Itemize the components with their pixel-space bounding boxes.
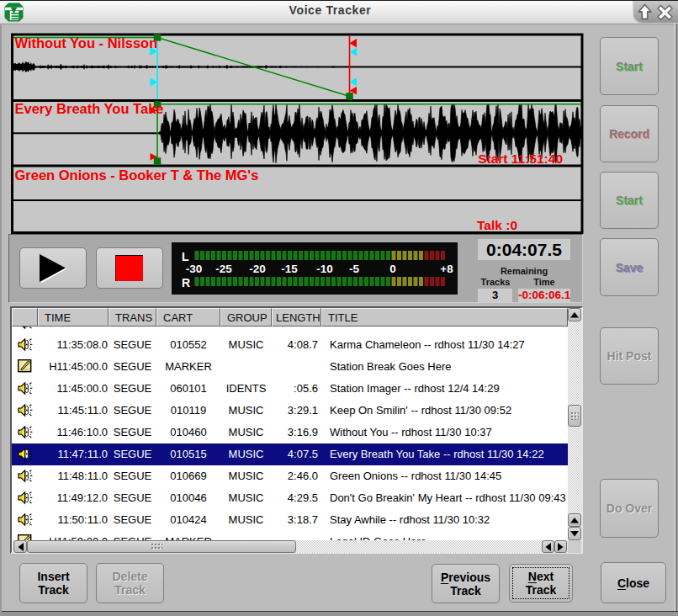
svg-text:0: 0 [389, 263, 396, 275]
svg-text:-5: -5 [349, 263, 359, 275]
svg-text:-25: -25 [215, 263, 232, 275]
svg-text:Green Onions - Booker T & The: Green Onions - Booker T & The MG's [15, 167, 259, 183]
svg-text:R: R [182, 276, 190, 289]
svg-text:-15: -15 [281, 263, 298, 275]
svg-text:+8: +8 [440, 263, 453, 275]
svg-text:Talk :0: Talk :0 [477, 218, 517, 232]
svg-text:-20: -20 [249, 263, 266, 275]
svg-text:Without You - Nilsson: Without You - Nilsson [15, 35, 158, 50]
svg-text:Every Breath You Take: Every Breath You Take [15, 101, 164, 116]
svg-text:Start 11:51:40: Start 11:51:40 [478, 151, 563, 166]
svg-text:L: L [182, 250, 189, 263]
svg-text:-30: -30 [186, 263, 203, 275]
svg-text:-10: -10 [316, 263, 333, 275]
